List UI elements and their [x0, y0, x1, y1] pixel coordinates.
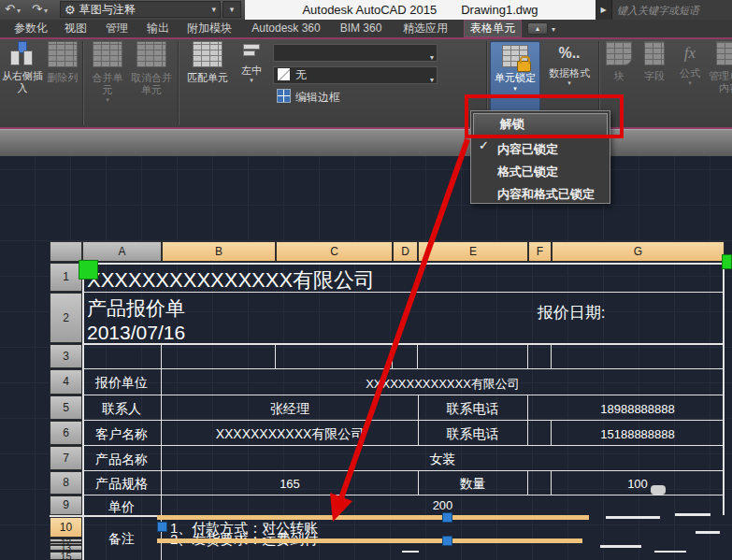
artifact-dash [675, 513, 710, 516]
workspace-selector[interactable]: ⚙ 草图与注释 ▾ [60, 1, 221, 18]
insert-field-label: 字段 [639, 70, 670, 82]
cell-remark-label[interactable]: 备注 [82, 531, 161, 548]
ribbon-collapse-button[interactable]: ▴ [527, 22, 548, 35]
panel-separator [82, 41, 83, 125]
search-input[interactable] [611, 0, 732, 20]
row-header-1[interactable]: 1 [50, 263, 82, 292]
cell-qty-label[interactable]: 数量 [418, 476, 527, 493]
tab-autodesk360[interactable]: Autodesk 360 [245, 20, 327, 37]
selection-grip-left[interactable] [157, 522, 167, 532]
cell-spec-label[interactable]: 产品规格 [82, 476, 161, 493]
row-header-10[interactable]: 10 [50, 517, 82, 538]
undo-button[interactable]: ↶▾ [5, 2, 21, 17]
cell-quote-company-label[interactable]: 报价单位 [82, 375, 161, 392]
cell-doc-title[interactable]: 产品报价单 [87, 296, 185, 321]
chevron-down-icon[interactable]: ▾ [552, 25, 555, 34]
insert-formula-button[interactable]: fx 公式 ▾ [673, 41, 707, 86]
insert-column-right-button[interactable]: 从右侧插入 [2, 41, 43, 94]
tab-parametric[interactable]: 参数化 [7, 20, 54, 37]
data-format-button[interactable]: %.. 数据格式 ▾ [544, 41, 595, 86]
table-grip-top-right[interactable] [722, 254, 732, 269]
insert-field-button[interactable]: 字段 [639, 41, 670, 82]
tab-manage[interactable]: 管理 [99, 20, 135, 37]
match-cell-button[interactable]: 匹配单元 [183, 41, 232, 84]
cell-product-label[interactable]: 产品名称 [82, 452, 161, 468]
undo-icon: ↶ [5, 2, 15, 16]
menu-item-content-locked[interactable]: 内容已锁定 [471, 138, 610, 161]
tab-table-cell[interactable]: 表格单元 [464, 20, 522, 37]
insert-block-button[interactable]: 块 [603, 41, 635, 82]
cell-style-combobox[interactable]: 无 ▾ [273, 66, 438, 84]
table-border [551, 344, 552, 368]
chevron-down-icon[interactable]: ▾ [44, 7, 48, 15]
row-header-15[interactable]: 15 [50, 552, 82, 560]
tab-bim360[interactable]: BIM 360 [333, 20, 389, 37]
artifact-dash [402, 551, 419, 553]
cell-price-value[interactable]: 200 [162, 498, 724, 512]
row-header-4[interactable]: 4 [50, 369, 82, 395]
tab-output[interactable]: 输出 [140, 20, 176, 37]
cell-quote-company-value[interactable]: XXXXXXXXXXXXX有限公司 [162, 376, 724, 393]
column-header-E[interactable]: E [418, 241, 528, 262]
cell-customer-label[interactable]: 客户名称 [82, 426, 161, 443]
menu-item-format-locked[interactable]: 格式已锁定 [471, 161, 610, 183]
tab-view[interactable]: 视图 [58, 20, 93, 37]
table-style-combobox[interactable]: ▾ [273, 44, 438, 62]
redo-button[interactable]: ↷▾ [32, 2, 48, 17]
cell-phone-label-2[interactable]: 联系电话 [418, 426, 527, 443]
chevron-down-icon[interactable]: ▾ [17, 7, 21, 15]
cell-product-value[interactable]: 女装 [162, 452, 724, 468]
row-header-5[interactable]: 5 [50, 395, 82, 420]
menu-item-content-format-locked[interactable]: 内容和格式已锁定 [471, 183, 610, 206]
cell-phone-label-1[interactable]: 联系电话 [418, 401, 527, 418]
column-header-D[interactable]: D [393, 241, 418, 262]
column-header-A[interactable]: A [82, 241, 162, 262]
workspace-label: 草图与注释 [79, 2, 136, 18]
cell-alignment-button[interactable]: 左中 ▾ [234, 41, 269, 83]
cell-contact-value[interactable]: 张经理 [162, 401, 418, 418]
row-header-9[interactable]: 9 [50, 495, 82, 515]
column-header-F[interactable]: F [528, 241, 552, 262]
chevron-down-icon: ▾ [211, 2, 216, 18]
quick-access-toggle-button[interactable]: ▾ [222, 1, 241, 18]
cell-phone-value-1[interactable]: 18988888888 [552, 402, 724, 416]
merge-cells-button[interactable]: 合并单元 ▾ [88, 41, 127, 103]
cell-alignment-label: 左中 [234, 65, 269, 77]
row-header-7[interactable]: 7 [50, 446, 82, 470]
cell-company-title[interactable]: XXXXXXXXXXXXXXX有限公司 [87, 266, 375, 294]
ribbon-tabbar: 参数化 视图 管理 输出 附加模块 Autodesk 360 BIM 360 精… [0, 20, 732, 37]
row-header-6[interactable]: 6 [50, 421, 82, 445]
cell-spec-value[interactable]: 165 [162, 477, 418, 491]
table-border [527, 471, 528, 495]
manage-cell-content-button[interactable]: 管理单元内容 [709, 41, 732, 94]
table-border [392, 344, 393, 368]
row-header-8[interactable]: 8 [50, 471, 82, 495]
row-header-3[interactable]: 3 [50, 344, 82, 368]
table-corner-header[interactable] [50, 241, 82, 262]
tab-featured-apps[interactable]: 精选应用 [396, 20, 454, 37]
row-header-2[interactable]: 2 [50, 293, 82, 343]
cell-price-label[interactable]: 单价 [82, 499, 161, 516]
selection-grip-top[interactable] [442, 512, 452, 523]
column-header-C[interactable]: C [276, 241, 393, 262]
column-header-B[interactable]: B [162, 241, 276, 262]
cell-customer-value[interactable]: XXXXXXXXXXX有限公司 [162, 426, 418, 443]
cell-quote-date-label[interactable]: 报价日期: [418, 302, 725, 323]
cell-phone-value-2[interactable]: 15188888888 [552, 427, 724, 441]
cell-qty-value[interactable]: 100 [552, 477, 724, 491]
table-grip-top-left[interactable] [79, 260, 98, 280]
gear-icon: ⚙ [65, 2, 76, 18]
unmerge-cells-label: 取消合并单元 [129, 72, 174, 96]
unmerge-cells-button[interactable]: 取消合并单元 [129, 41, 174, 96]
search-go-button[interactable]: ▶ [596, 0, 611, 20]
column-header-G[interactable]: G [552, 241, 725, 262]
tab-addins[interactable]: 附加模块 [181, 20, 237, 37]
selection-grip-bottom[interactable] [442, 536, 452, 546]
delete-column-button[interactable]: 删除列 [45, 41, 80, 84]
match-cell-label: 匹配单元 [183, 72, 232, 84]
redo-icon: ↷ [32, 2, 42, 16]
cell-doc-date[interactable]: 2013/07/16 [87, 321, 185, 345]
cell-remark-line1[interactable]: 1、付款方式：对公转账 [170, 520, 318, 538]
cell-contact-label[interactable]: 联系人 [82, 401, 161, 418]
edit-borders-button[interactable]: 编辑边框 [277, 88, 389, 107]
